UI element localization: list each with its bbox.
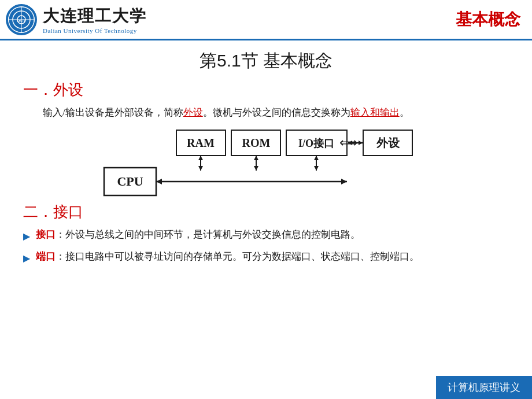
diagram-svg: RAM ROM I/O接口 ⟺ 外设 [101, 127, 431, 200]
svg-marker-20 [198, 166, 203, 171]
svg-text:DUT: DUT [17, 19, 26, 23]
svg-text:ROM: ROM [242, 136, 271, 149]
bullet-text-2: 端口：接口电路中可以被寻址访问的存储单元。可分为数据端口、状态端口、控制端口。 [36, 249, 419, 265]
svg-text:外设: 外设 [376, 136, 400, 149]
main-content: 第5.1节 基本概念 一．外设 输入/输出设备是外部设备，简称外设。微机与外设之… [0, 40, 532, 276]
section2-heading: 二．接口 [23, 202, 509, 222]
section1-heading: 一．外设 [23, 80, 509, 100]
svg-marker-31 [156, 179, 162, 184]
diagram-area: RAM ROM I/O接口 ⟺ 外设 [23, 127, 509, 200]
bullet-arrow-2: ▶ [23, 250, 30, 266]
university-chinese: 大连理工大学 [43, 5, 147, 27]
svg-marker-23 [254, 166, 258, 171]
svg-marker-30 [341, 179, 347, 184]
logo-area: DUT 大连理工大学 Dalian University Of Technolo… [6, 4, 147, 35]
university-name: 大连理工大学 Dalian University Of Technology [43, 5, 147, 34]
svg-text:RAM: RAM [187, 136, 215, 149]
university-english: Dalian University Of Technology [43, 27, 147, 34]
svg-text:CPU: CPU [117, 174, 143, 189]
footer-label: 计算机原理讲义 [436, 376, 532, 399]
bullet-item-2: ▶ 端口：接口电路中可以被寻址访问的存储单元。可分为数据端口、状态端口、控制端口… [23, 249, 509, 266]
svg-marker-14 [359, 141, 363, 145]
header-badge: 基本概念 [456, 9, 520, 31]
bullet-item-1: ▶ 接口：外设与总线之间的中间环节，是计算机与外设交换信息的控制电路。 [23, 227, 509, 244]
svg-marker-22 [254, 156, 258, 160]
header: DUT 大连理工大学 Dalian University Of Technolo… [0, 0, 532, 40]
bullet-arrow-1: ▶ [23, 228, 30, 244]
university-logo: DUT [6, 4, 37, 35]
slide-title: 第5.1节 基本概念 [23, 49, 509, 73]
svg-marker-19 [198, 156, 203, 160]
svg-text:I/O接口: I/O接口 [298, 138, 334, 149]
svg-marker-25 [314, 156, 319, 160]
svg-marker-26 [314, 166, 319, 171]
section1-body: 输入/输出设备是外部设备，简称外设。微机与外设之间的信息交换称为输入和输出。 [23, 105, 509, 121]
bullet-text-1: 接口：外设与总线之间的中间环节，是计算机与外设交换信息的控制电路。 [36, 227, 360, 243]
bullet-list: ▶ 接口：外设与总线之间的中间环节，是计算机与外设交换信息的控制电路。 ▶ 端口… [23, 227, 509, 266]
